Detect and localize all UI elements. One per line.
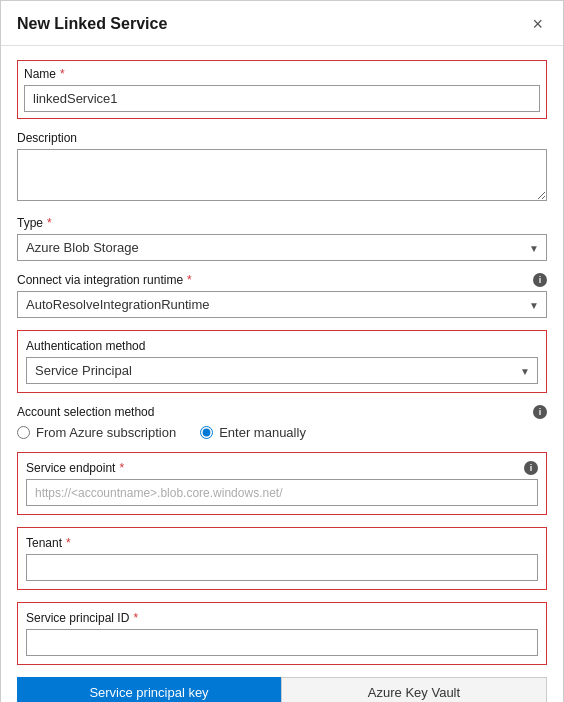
type-field-group: Type * Azure Blob Storage ▼ — [17, 216, 547, 261]
name-label: Name * — [24, 67, 540, 81]
principal-id-label: Service principal ID * — [26, 611, 538, 625]
description-label: Description — [17, 131, 547, 145]
key-vault-tabs: Service principal key Azure Key Vault — [17, 677, 547, 702]
runtime-field-group: Connect via integration runtime * i Auto… — [17, 273, 547, 318]
auth-select[interactable]: Service Principal — [26, 357, 538, 384]
radio-manual[interactable] — [200, 426, 213, 439]
service-endpoint-input[interactable] — [26, 479, 538, 506]
auth-label: Authentication method — [26, 339, 538, 353]
radio-azure-label[interactable]: From Azure subscription — [17, 425, 176, 440]
principal-id-required: * — [133, 611, 138, 625]
runtime-label: Connect via integration runtime * i — [17, 273, 547, 287]
account-info-icon[interactable]: i — [533, 405, 547, 419]
dialog-header: New Linked Service × — [1, 1, 563, 46]
dialog-body: Name * Description Type * Azure Blob Sto… — [1, 46, 563, 702]
auth-select-wrapper: Service Principal ▼ — [26, 357, 538, 384]
service-endpoint-label: Service endpoint * i — [26, 461, 538, 475]
runtime-select[interactable]: AutoResolveIntegrationRuntime — [17, 291, 547, 318]
account-radio-group: From Azure subscription Enter manually — [17, 425, 547, 440]
runtime-select-wrapper: AutoResolveIntegrationRuntime ▼ — [17, 291, 547, 318]
endpoint-info-icon[interactable]: i — [524, 461, 538, 475]
endpoint-required: * — [119, 461, 124, 475]
close-button[interactable]: × — [528, 13, 547, 35]
type-select-wrapper: Azure Blob Storage ▼ — [17, 234, 547, 261]
tab-service-principal-key[interactable]: Service principal key — [17, 677, 281, 702]
tenant-required: * — [66, 536, 71, 550]
name-field-group: Name * — [17, 60, 547, 119]
description-field-group: Description — [17, 131, 547, 204]
auth-field-group: Authentication method Service Principal … — [17, 330, 547, 393]
type-select[interactable]: Azure Blob Storage — [17, 234, 547, 261]
dialog-title: New Linked Service — [17, 15, 167, 33]
type-required: * — [47, 216, 52, 230]
radio-manual-label[interactable]: Enter manually — [200, 425, 306, 440]
tenant-field-group: Tenant * — [17, 527, 547, 590]
description-textarea[interactable] — [17, 149, 547, 201]
name-input[interactable] — [24, 85, 540, 112]
principal-id-input[interactable] — [26, 629, 538, 656]
principal-id-field-group: Service principal ID * — [17, 602, 547, 665]
new-linked-service-dialog: New Linked Service × Name * Description … — [0, 0, 564, 702]
account-selection-row: Account selection method i — [17, 405, 547, 419]
service-endpoint-field-group: Service endpoint * i — [17, 452, 547, 515]
tenant-input[interactable] — [26, 554, 538, 581]
tenant-label: Tenant * — [26, 536, 538, 550]
runtime-info-icon[interactable]: i — [533, 273, 547, 287]
radio-azure[interactable] — [17, 426, 30, 439]
account-selection-label: Account selection method — [17, 405, 154, 419]
tab-azure-key-vault[interactable]: Azure Key Vault — [281, 677, 547, 702]
runtime-required: * — [187, 273, 192, 287]
name-required: * — [60, 67, 65, 81]
type-label: Type * — [17, 216, 547, 230]
